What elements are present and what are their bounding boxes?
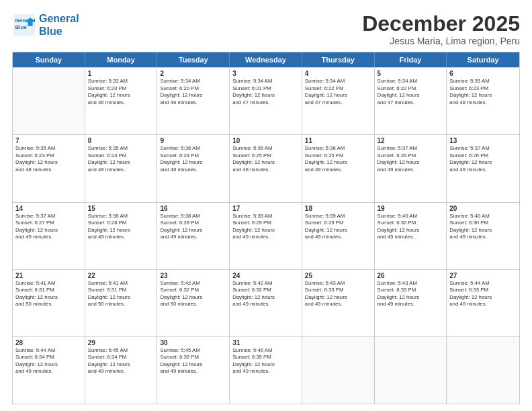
day-info: Sunrise: 5:35 AM Sunset: 6:24 PM Dayligh… (88, 145, 154, 173)
day-number: 20 (449, 205, 517, 212)
day-number: 18 (305, 205, 371, 212)
calendar: SundayMondayTuesdayWednesdayThursdayFrid… (12, 52, 520, 404)
day-number: 28 (15, 339, 82, 347)
day-info: Sunrise: 5:34 AM Sunset: 6:22 PM Dayligh… (305, 78, 371, 106)
day-cell-30: 30Sunrise: 5:45 AM Sunset: 6:35 PM Dayli… (157, 337, 230, 404)
day-cell-1: 1Sunrise: 5:33 AM Sunset: 6:20 PM Daylig… (85, 68, 158, 134)
day-cell-empty (447, 337, 519, 404)
day-cell-23: 23Sunrise: 5:42 AM Sunset: 6:32 PM Dayli… (157, 270, 230, 336)
day-info: Sunrise: 5:45 AM Sunset: 6:34 PM Dayligh… (88, 347, 154, 375)
day-cell-9: 9Sunrise: 5:36 AM Sunset: 6:24 PM Daylig… (157, 135, 230, 201)
day-number: 6 (449, 70, 517, 77)
day-cell-13: 13Sunrise: 5:37 AM Sunset: 6:26 PM Dayli… (447, 135, 519, 201)
day-number: 27 (449, 272, 517, 279)
calendar-body: 1Sunrise: 5:33 AM Sunset: 6:20 PM Daylig… (13, 67, 519, 404)
day-info: Sunrise: 5:39 AM Sunset: 6:29 PM Dayligh… (305, 213, 371, 241)
calendar-row-3: 14Sunrise: 5:37 AM Sunset: 6:27 PM Dayli… (13, 202, 519, 269)
calendar-row-1: 1Sunrise: 5:33 AM Sunset: 6:20 PM Daylig… (13, 67, 519, 134)
logo-icon: General Blue (12, 13, 36, 37)
day-cell-15: 15Sunrise: 5:38 AM Sunset: 6:28 PM Dayli… (85, 203, 158, 269)
day-number: 23 (160, 272, 226, 279)
day-cell-20: 20Sunrise: 5:40 AM Sunset: 6:30 PM Dayli… (447, 203, 519, 269)
day-cell-10: 10Sunrise: 5:36 AM Sunset: 6:25 PM Dayli… (230, 135, 302, 201)
logo: General Blue General Blue (12, 12, 79, 38)
day-info: Sunrise: 5:44 AM Sunset: 6:34 PM Dayligh… (15, 347, 82, 375)
header: General Blue General Blue December 2025 … (12, 12, 520, 46)
header-day-monday: Monday (85, 52, 158, 67)
day-number: 13 (449, 137, 517, 144)
day-info: Sunrise: 5:39 AM Sunset: 6:29 PM Dayligh… (232, 213, 299, 241)
day-info: Sunrise: 5:41 AM Sunset: 6:31 PM Dayligh… (15, 280, 82, 308)
day-info: Sunrise: 5:43 AM Sunset: 6:33 PM Dayligh… (305, 280, 371, 308)
day-cell-24: 24Sunrise: 5:42 AM Sunset: 6:32 PM Dayli… (230, 270, 302, 336)
day-number: 9 (160, 137, 226, 144)
day-info: Sunrise: 5:38 AM Sunset: 6:28 PM Dayligh… (88, 213, 154, 241)
day-cell-3: 3Sunrise: 5:34 AM Sunset: 6:21 PM Daylig… (230, 68, 302, 134)
header-day-friday: Friday (375, 52, 447, 67)
day-info: Sunrise: 5:44 AM Sunset: 6:33 PM Dayligh… (449, 280, 517, 308)
day-cell-4: 4Sunrise: 5:34 AM Sunset: 6:22 PM Daylig… (302, 68, 375, 134)
day-cell-21: 21Sunrise: 5:41 AM Sunset: 6:31 PM Dayli… (13, 270, 85, 336)
day-info: Sunrise: 5:37 AM Sunset: 6:27 PM Dayligh… (15, 213, 82, 241)
day-cell-26: 26Sunrise: 5:43 AM Sunset: 6:33 PM Dayli… (375, 270, 447, 336)
day-info: Sunrise: 5:43 AM Sunset: 6:33 PM Dayligh… (378, 280, 444, 308)
day-info: Sunrise: 5:42 AM Sunset: 6:32 PM Dayligh… (232, 280, 299, 308)
day-info: Sunrise: 5:38 AM Sunset: 6:28 PM Dayligh… (160, 213, 226, 241)
day-number: 21 (15, 272, 82, 279)
day-cell-5: 5Sunrise: 5:34 AM Sunset: 6:22 PM Daylig… (375, 68, 447, 134)
day-number: 15 (88, 205, 154, 212)
location-subtitle: Jesus Maria, Lima region, Peru (362, 36, 520, 46)
day-info: Sunrise: 5:36 AM Sunset: 6:24 PM Dayligh… (160, 145, 226, 173)
day-info: Sunrise: 5:35 AM Sunset: 6:23 PM Dayligh… (15, 145, 82, 173)
day-number: 19 (378, 205, 444, 212)
day-info: Sunrise: 5:36 AM Sunset: 6:25 PM Dayligh… (232, 145, 299, 173)
day-number: 17 (232, 205, 299, 212)
day-cell-6: 6Sunrise: 5:35 AM Sunset: 6:23 PM Daylig… (447, 68, 519, 134)
day-info: Sunrise: 5:46 AM Sunset: 6:35 PM Dayligh… (232, 347, 299, 375)
day-number: 4 (305, 70, 371, 77)
day-cell-12: 12Sunrise: 5:37 AM Sunset: 6:26 PM Dayli… (375, 135, 447, 201)
day-cell-31: 31Sunrise: 5:46 AM Sunset: 6:35 PM Dayli… (230, 337, 302, 404)
day-number: 14 (15, 205, 82, 212)
day-cell-29: 29Sunrise: 5:45 AM Sunset: 6:34 PM Dayli… (85, 337, 158, 404)
title-block: December 2025 Jesus Maria, Lima region, … (362, 12, 520, 46)
calendar-row-2: 7Sunrise: 5:35 AM Sunset: 6:23 PM Daylig… (13, 134, 519, 201)
day-info: Sunrise: 5:34 AM Sunset: 6:21 PM Dayligh… (232, 78, 299, 106)
day-cell-8: 8Sunrise: 5:35 AM Sunset: 6:24 PM Daylig… (85, 135, 158, 201)
day-number: 30 (160, 339, 226, 347)
day-number: 29 (88, 339, 154, 347)
day-number: 2 (160, 70, 226, 77)
day-cell-25: 25Sunrise: 5:43 AM Sunset: 6:33 PM Dayli… (302, 270, 375, 336)
header-day-saturday: Saturday (447, 52, 519, 67)
svg-text:Blue: Blue (15, 24, 28, 30)
day-cell-11: 11Sunrise: 5:36 AM Sunset: 6:25 PM Dayli… (302, 135, 375, 201)
day-cell-empty (302, 337, 375, 404)
day-info: Sunrise: 5:34 AM Sunset: 6:22 PM Dayligh… (378, 78, 444, 106)
header-day-tuesday: Tuesday (157, 52, 230, 67)
day-info: Sunrise: 5:37 AM Sunset: 6:26 PM Dayligh… (449, 145, 517, 173)
day-number: 1 (88, 70, 154, 77)
day-number: 8 (88, 137, 154, 144)
page: General Blue General Blue December 2025 … (0, 0, 532, 411)
day-info: Sunrise: 5:45 AM Sunset: 6:35 PM Dayligh… (160, 347, 226, 375)
day-number: 11 (305, 137, 371, 144)
day-info: Sunrise: 5:37 AM Sunset: 6:26 PM Dayligh… (378, 145, 444, 173)
header-day-wednesday: Wednesday (230, 52, 302, 67)
day-info: Sunrise: 5:35 AM Sunset: 6:23 PM Dayligh… (449, 78, 517, 106)
day-cell-18: 18Sunrise: 5:39 AM Sunset: 6:29 PM Dayli… (302, 203, 375, 269)
day-cell-7: 7Sunrise: 5:35 AM Sunset: 6:23 PM Daylig… (13, 135, 85, 201)
day-cell-empty (375, 337, 447, 404)
day-cell-19: 19Sunrise: 5:40 AM Sunset: 6:30 PM Dayli… (375, 203, 447, 269)
day-cell-22: 22Sunrise: 5:41 AM Sunset: 6:31 PM Dayli… (85, 270, 158, 336)
day-number: 3 (232, 70, 299, 77)
day-cell-28: 28Sunrise: 5:44 AM Sunset: 6:34 PM Dayli… (13, 337, 85, 404)
day-number: 5 (378, 70, 444, 77)
day-cell-27: 27Sunrise: 5:44 AM Sunset: 6:33 PM Dayli… (447, 270, 519, 336)
day-number: 12 (378, 137, 444, 144)
day-cell-16: 16Sunrise: 5:38 AM Sunset: 6:28 PM Dayli… (157, 203, 230, 269)
calendar-header: SundayMondayTuesdayWednesdayThursdayFrid… (13, 52, 519, 67)
day-cell-14: 14Sunrise: 5:37 AM Sunset: 6:27 PM Dayli… (13, 203, 85, 269)
day-info: Sunrise: 5:36 AM Sunset: 6:25 PM Dayligh… (305, 145, 371, 173)
day-number: 16 (160, 205, 226, 212)
day-number: 22 (88, 272, 154, 279)
